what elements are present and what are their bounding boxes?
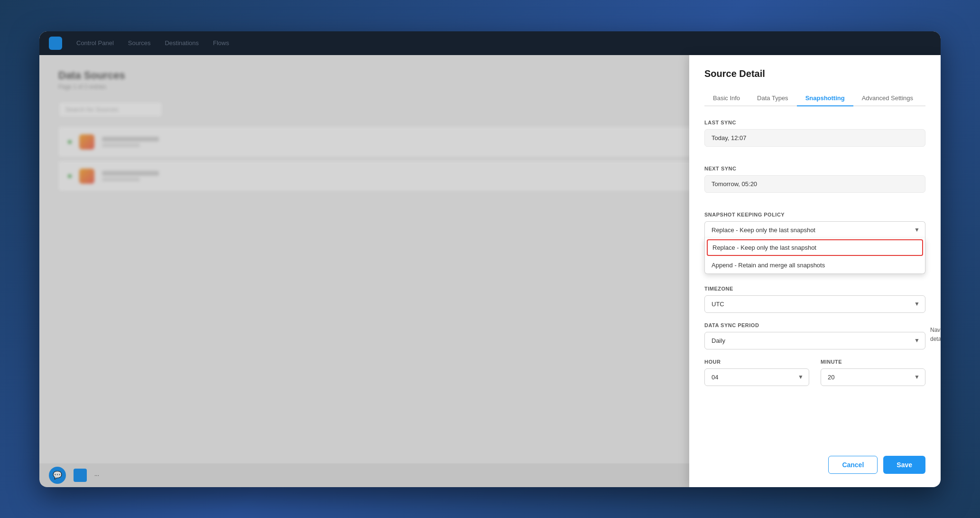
snapshot-policy-dropdown[interactable]: Replace - Keep only the last snapshot <box>704 221 925 238</box>
timezone-dropdown-wrapper: UTC ▼ <box>704 295 925 313</box>
hour-dropdown[interactable]: 04 <box>704 368 809 386</box>
tab-snapshotting[interactable]: Snapshotting <box>797 91 853 106</box>
last-sync-group: LAST SYNC Today, 12:07 <box>704 120 925 156</box>
data-sync-period-label: DATA SYNC PERIOD <box>704 322 925 328</box>
panel-title: Source Detail <box>704 68 925 79</box>
timezone-value: UTC <box>712 301 724 308</box>
hour-label: HOUR <box>704 359 809 365</box>
timezone-label: TIMEZONE <box>704 286 925 292</box>
last-sync-value: Today, 12:07 <box>704 129 925 147</box>
timezone-dropdown[interactable]: UTC <box>704 295 925 313</box>
side-note: Navigate to documentation for further de… <box>930 326 941 344</box>
tab-basic-info[interactable]: Basic Info <box>704 91 749 106</box>
next-sync-value: Tomorrow, 05:20 <box>704 175 925 193</box>
timezone-group: TIMEZONE UTC ▼ <box>704 286 925 313</box>
snapshot-policy-label: SNAPSHOT KEEPING POLICY <box>704 212 925 217</box>
minute-dropdown-wrapper: 20 ▼ <box>821 368 925 386</box>
next-sync-group: NEXT SYNC Tomorrow, 05:20 <box>704 166 925 202</box>
tab-data-types[interactable]: Data Types <box>749 91 797 106</box>
save-button[interactable]: Save <box>883 456 925 474</box>
action-buttons: Cancel Save <box>704 446 925 474</box>
data-sync-period-group: DATA SYNC PERIOD Daily ▼ <box>704 322 925 349</box>
side-note-text-before: Navigate to <box>930 327 941 333</box>
tab-advanced-settings[interactable]: Advanced Settings <box>853 91 922 106</box>
snapshot-policy-option-replace[interactable]: Replace - Keep only the last snapshot <box>707 239 923 256</box>
snapshot-policy-menu: Replace - Keep only the last snapshot Ap… <box>704 238 925 274</box>
hour-col: HOUR 04 ▼ <box>704 359 809 386</box>
snapshot-policy-dropdown-wrapper: Replace - Keep only the last snapshot ▼ … <box>704 221 925 238</box>
source-detail-panel: Source Detail Basic Info Data Types Snap… <box>689 55 941 487</box>
minute-col: MINUTE 20 ▼ <box>821 359 925 386</box>
minute-value: 20 <box>828 374 834 381</box>
snapshot-policy-selected-text: Replace - Keep only the last snapshot <box>712 226 815 234</box>
hour-dropdown-wrapper: 04 ▼ <box>704 368 809 386</box>
minute-label: MINUTE <box>821 359 925 365</box>
hour-value: 04 <box>712 374 718 381</box>
cancel-button[interactable]: Cancel <box>828 456 878 474</box>
minute-dropdown[interactable]: 20 <box>821 368 925 386</box>
time-row: HOUR 04 ▼ MINUTE 20 ▼ <box>704 359 925 386</box>
data-sync-period-value: Daily <box>712 337 725 344</box>
data-sync-period-dropdown[interactable]: Daily <box>704 332 925 349</box>
last-sync-label: LAST SYNC <box>704 120 925 125</box>
snapshot-policy-option-append[interactable]: Append - Retain and merge all snapshots <box>705 257 925 273</box>
data-sync-period-dropdown-wrapper: Daily ▼ <box>704 332 925 349</box>
snapshot-policy-group: SNAPSHOT KEEPING POLICY Replace - Keep o… <box>704 212 925 238</box>
tabs-container: Basic Info Data Types Snapshotting Advan… <box>704 91 925 106</box>
next-sync-label: NEXT SYNC <box>704 166 925 171</box>
